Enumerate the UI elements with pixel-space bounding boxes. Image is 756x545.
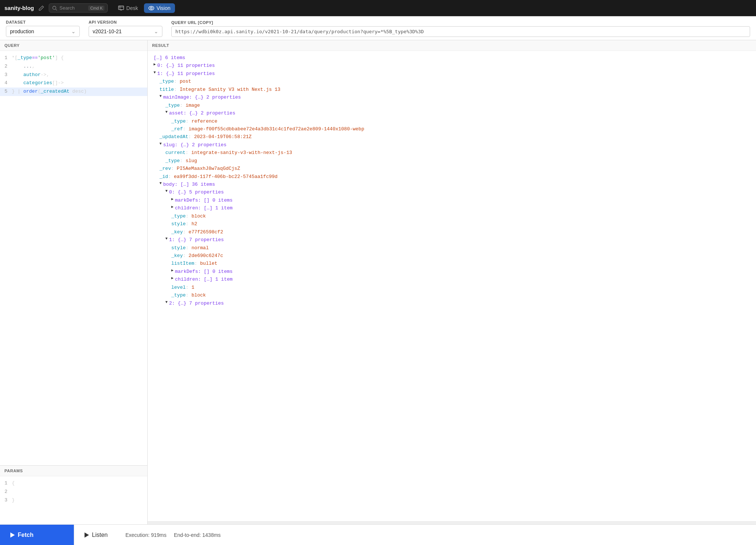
result-body1-style: style: normal — [154, 244, 750, 252]
result-type: _type: post — [154, 78, 750, 85]
fetch-label: Fetch — [18, 532, 34, 538]
result-body0-type: _type: block — [154, 212, 750, 220]
result-area: […] 6 items ▶ 0: {…} 11 properties ▼ 1: … — [148, 51, 756, 521]
search-icon — [52, 6, 57, 11]
search-placeholder: Search — [59, 5, 75, 11]
triangle-icon[interactable]: ▶ — [171, 204, 173, 210]
dataset-label: DATASET — [6, 20, 80, 24]
query-line-3: 3 author->, — [0, 71, 147, 79]
svg-point-0 — [53, 6, 56, 9]
listen-label: Listen — [92, 532, 108, 538]
edit-icon[interactable] — [38, 5, 44, 11]
triangle-icon[interactable]: ▼ — [159, 141, 162, 147]
result-title: title: Integrate Sanity V3 with Next.js … — [154, 86, 750, 93]
result-slug: ▼ slug: {…} 2 properties — [154, 141, 750, 149]
svg-point-8 — [150, 7, 152, 9]
result-asset: ▼ asset: {…} 2 properties — [154, 109, 750, 117]
params-section-header: PARAMS — [0, 466, 147, 476]
tab-desk[interactable]: Desk — [114, 3, 142, 13]
api-version-value: v2021-10-21 — [93, 28, 122, 34]
app-title: sanity-blog — [4, 5, 34, 11]
tab-vision[interactable]: Vision — [144, 3, 175, 13]
tab-desk-label: Desk — [126, 5, 138, 11]
result-body: ▼ body: […] 36 items — [154, 181, 750, 188]
result-body-2: ▼ 2: {…} 7 properties — [154, 299, 750, 307]
api-version-select[interactable]: v2021-10-21 ⌄ — [89, 26, 162, 37]
query-line-1: 1 *[_type=='post'] { — [0, 54, 147, 62]
svg-point-7 — [149, 6, 154, 10]
triangle-icon[interactable]: ▼ — [154, 70, 156, 76]
horizontal-scrollbar[interactable] — [148, 521, 756, 524]
fetch-button[interactable]: Fetch — [0, 525, 74, 545]
dataset-value: production — [10, 28, 34, 34]
svg-marker-9 — [10, 532, 15, 538]
tab-vision-label: Vision — [157, 5, 171, 11]
params-editor[interactable]: 1 { 2 3 } — [0, 476, 147, 524]
query-line-5: 5 } | order(_createdAt desc) — [0, 88, 147, 96]
query-line-4: 4 categories[]-> — [0, 79, 147, 88]
top-nav: sanity-blog Search Cmd K Desk — [0, 0, 756, 16]
params-line-1: 1 { — [0, 479, 147, 488]
result-markdefs-0: ▶ markDefs: [] 0 items — [154, 196, 750, 204]
execution-info: Execution: 919ms End-to-end: 1438ms — [126, 532, 221, 538]
triangle-icon[interactable]: ▼ — [165, 188, 168, 195]
api-version-group: API VERSION v2021-10-21 ⌄ — [89, 20, 162, 40]
svg-line-1 — [56, 9, 57, 10]
triangle-icon[interactable]: ▶ — [171, 275, 173, 282]
triangle-icon[interactable]: ▼ — [165, 299, 168, 306]
eye-icon — [148, 6, 154, 10]
query-url-label: QUERY URL [COPY] — [171, 20, 750, 25]
result-slug-current: current: integrate-sanity-v3-with-next-j… — [154, 149, 750, 157]
triangle-icon[interactable]: ▶ — [154, 62, 156, 68]
result-asset-type: _type: reference — [154, 117, 750, 125]
result-body-0: ▼ 0: {…} 5 properties — [154, 188, 750, 196]
result-markdefs-1: ▶ markDefs: [] 0 items — [154, 268, 750, 275]
result-body1-key: _key: 2de690c6247c — [154, 252, 750, 260]
query-url-display[interactable]: https://wdbi0k0z.api.sanity.io/v2021-10-… — [171, 26, 750, 37]
svg-marker-10 — [85, 532, 89, 538]
svg-rect-2 — [118, 6, 124, 10]
nav-tabs: Desk Vision — [114, 3, 175, 13]
result-mainimage-type: _type: image — [154, 102, 750, 109]
result-id: _id: ea99f3dd-117f-406b-bc22-5745aa1fc99… — [154, 173, 750, 181]
execution-time: Execution: 919ms — [126, 532, 166, 538]
result-body0-key: _key: e77f26598cf2 — [154, 228, 750, 236]
params-panel: PARAMS 1 { 2 3 } — [0, 465, 147, 524]
right-panel: RESULT […] 6 items ▶ 0: {…} 11 propertie… — [148, 40, 756, 524]
result-item-1: ▼ 1: {…} 11 properties — [154, 70, 750, 78]
controls-row: DATASET production ⌄ API VERSION v2021-1… — [0, 16, 756, 40]
bottom-bar: Fetch Listen Execution: 919ms End-to-end… — [0, 524, 756, 545]
result-children-0: ▶ children: […] 1 item — [154, 204, 750, 212]
result-rev: _rev: PI5AeMaaxhJ8w7aqGdCjsZ — [154, 165, 750, 172]
play-icon — [10, 532, 15, 538]
query-url-group: QUERY URL [COPY] https://wdbi0k0z.api.sa… — [171, 20, 750, 40]
triangle-icon[interactable]: ▶ — [171, 196, 173, 203]
dataset-group: DATASET production ⌄ — [6, 20, 80, 40]
result-body1-level: level: 1 — [154, 284, 750, 291]
dataset-select[interactable]: production ⌄ — [6, 26, 80, 37]
result-item-0: ▶ 0: {…} 11 properties — [154, 62, 750, 69]
result-section-header: RESULT — [148, 40, 756, 51]
query-section-header: QUERY — [0, 40, 147, 51]
result-body1-type: _type: block — [154, 291, 750, 299]
triangle-icon[interactable]: ▼ — [159, 181, 162, 187]
triangle-icon[interactable]: ▶ — [171, 268, 173, 274]
triangle-icon[interactable]: ▼ — [159, 93, 162, 100]
search-shortcut: Cmd K — [88, 6, 104, 11]
result-body-1: ▼ 1: {…} 7 properties — [154, 236, 750, 244]
query-line-2: 2 ..., — [0, 62, 147, 71]
query-editor[interactable]: 1 *[_type=='post'] { 2 ..., 3 author->, … — [0, 51, 147, 465]
result-mainimage: ▼ mainImage: {…} 2 properties — [154, 93, 750, 101]
play-icon-listen — [85, 532, 89, 538]
result-summary: […] 6 items — [154, 54, 750, 62]
listen-button[interactable]: Listen — [74, 525, 118, 545]
result-body0-style: style: h2 — [154, 220, 750, 228]
dataset-chevron-icon: ⌄ — [71, 28, 76, 34]
end-to-end-time: End-to-end: 1438ms — [174, 532, 221, 538]
triangle-icon[interactable]: ▼ — [165, 109, 168, 116]
result-updatedat: _updatedAt: 2023-04-19T06:58:21Z — [154, 133, 750, 141]
search-bar[interactable]: Search Cmd K — [49, 3, 108, 13]
desk-icon — [118, 6, 124, 11]
triangle-icon[interactable]: ▼ — [165, 236, 168, 242]
api-version-label: API VERSION — [89, 20, 162, 24]
